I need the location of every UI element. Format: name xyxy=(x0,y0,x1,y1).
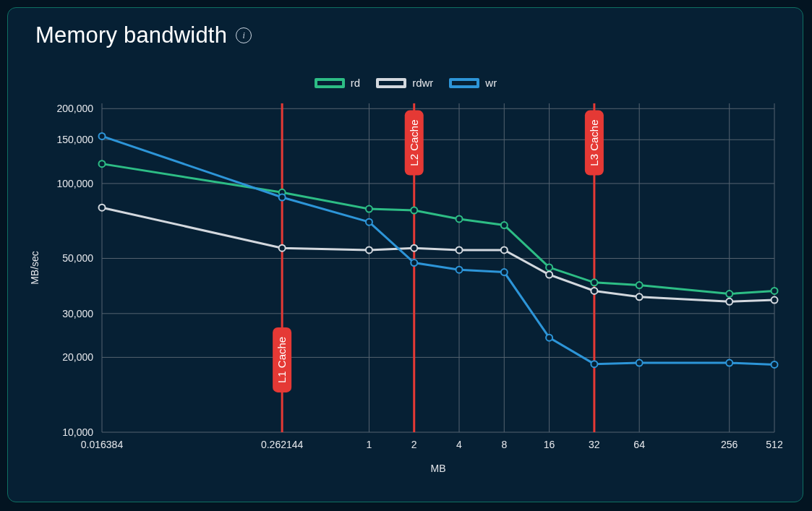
legend: rd rdwr wr xyxy=(22,77,789,89)
x-tick-label: 2 xyxy=(411,439,417,450)
marker-rdwr[interactable] xyxy=(591,288,597,294)
info-icon[interactable]: i xyxy=(236,27,252,43)
legend-swatch-wr xyxy=(449,78,479,88)
title-row: Memory bandwidth i xyxy=(35,22,252,48)
legend-swatch-rd xyxy=(315,78,345,88)
x-tick-label: 4 xyxy=(456,439,462,450)
x-tick-label: 16 xyxy=(544,439,555,450)
y-tick-label: 20,000 xyxy=(62,351,93,363)
marker-rdwr[interactable] xyxy=(501,246,508,253)
y-tick-label: 200,000 xyxy=(56,103,93,114)
marker-rd[interactable] xyxy=(726,291,732,297)
y-tick-label: 10,000 xyxy=(62,426,93,438)
marker-rd[interactable] xyxy=(636,282,643,288)
marker-wr[interactable] xyxy=(546,335,552,341)
y-tick-label: 30,000 xyxy=(62,308,93,319)
legend-label-wr: wr xyxy=(485,77,497,89)
legend-label-rdwr: rdwr xyxy=(412,77,433,89)
marker-rdwr[interactable] xyxy=(726,299,732,305)
marker-wr[interactable] xyxy=(411,259,417,266)
marker-rd[interactable] xyxy=(366,206,372,212)
series-wr xyxy=(102,136,774,364)
marker-rd[interactable] xyxy=(501,222,508,228)
y-axis-label: MB/sec xyxy=(29,251,40,285)
x-axis-label: MB xyxy=(431,463,446,474)
x-tick-label: 256 xyxy=(721,439,738,450)
x-tick-label: 0.262144 xyxy=(261,439,304,450)
marker-rdwr[interactable] xyxy=(546,272,552,278)
legend-item-wr[interactable]: wr xyxy=(449,77,497,89)
marker-wr[interactable] xyxy=(636,360,643,366)
y-tick-label: 150,000 xyxy=(56,134,93,145)
plot-svg: 10,00020,00030,00050,000100,000150,00020… xyxy=(22,89,789,479)
legend-swatch-rdwr xyxy=(376,78,406,88)
marker-wr[interactable] xyxy=(726,360,732,366)
marker-rdwr[interactable] xyxy=(99,205,106,211)
marker-wr[interactable] xyxy=(99,133,106,139)
marker-rd[interactable] xyxy=(411,207,417,214)
cache-label: L2 Cache xyxy=(408,119,420,166)
x-tick-label: 512 xyxy=(766,439,783,450)
marker-wr[interactable] xyxy=(279,194,286,200)
marker-rd[interactable] xyxy=(456,215,463,222)
marker-wr[interactable] xyxy=(501,269,508,275)
x-tick-label: 8 xyxy=(501,439,507,450)
marker-wr[interactable] xyxy=(772,361,778,368)
chart-area: rd rdwr wr 10,00020,00030,00050,000100,0… xyxy=(22,77,789,489)
y-tick-label: 100,000 xyxy=(56,178,93,189)
legend-item-rd[interactable]: rd xyxy=(315,77,360,89)
x-tick-label: 32 xyxy=(589,439,600,450)
marker-rd[interactable] xyxy=(591,279,597,285)
cache-label: L1 Cache xyxy=(275,337,288,383)
legend-label-rd: rd xyxy=(351,77,360,89)
marker-wr[interactable] xyxy=(591,361,597,367)
marker-rdwr[interactable] xyxy=(279,245,286,252)
y-tick-label: 50,000 xyxy=(62,252,93,264)
x-tick-label: 1 xyxy=(367,439,372,450)
marker-wr[interactable] xyxy=(456,267,463,273)
marker-rd[interactable] xyxy=(546,264,552,270)
marker-rdwr[interactable] xyxy=(411,245,417,252)
x-tick-label: 64 xyxy=(633,439,645,450)
chart-title: Memory bandwidth xyxy=(35,22,227,48)
marker-rdwr[interactable] xyxy=(366,246,372,253)
marker-rdwr[interactable] xyxy=(636,293,643,300)
marker-wr[interactable] xyxy=(366,219,372,226)
marker-rdwr[interactable] xyxy=(772,297,778,304)
marker-rd[interactable] xyxy=(99,160,106,167)
cache-label: L3 Cache xyxy=(588,119,600,166)
x-tick-label: 0.016384 xyxy=(81,439,124,450)
marker-rd[interactable] xyxy=(772,288,778,294)
legend-item-rdwr[interactable]: rdwr xyxy=(376,77,433,89)
marker-rdwr[interactable] xyxy=(456,246,463,253)
chart-card: Memory bandwidth i rd rdwr wr 10,00020,0… xyxy=(7,7,803,502)
